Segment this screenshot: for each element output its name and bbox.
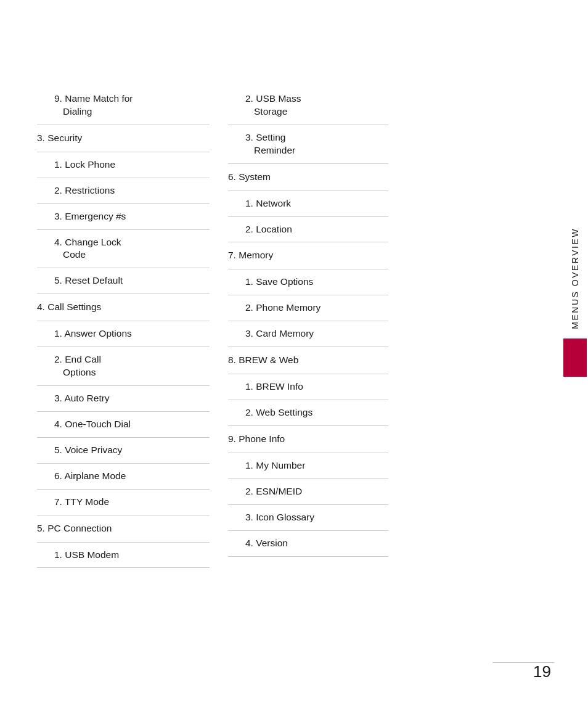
item-4-7-tty: 7. TTY Mode [37, 490, 210, 515]
item-3-1-lock-phone: 1. Lock Phone [37, 152, 210, 178]
item-4-call-settings: 4. Call Settings [37, 294, 210, 321]
item-5-1-usb-modem: 1. USB Modem [37, 543, 210, 568]
content-area: 9. Name Match forDialing3. Security1. Lo… [0, 86, 588, 568]
item-r-8-2-web-settings: 2. Web Settings [228, 400, 388, 426]
item-4-4-one-touch: 4. One-Touch Dial [37, 412, 210, 438]
item-4-2-end-call: 2. End CallOptions [37, 347, 210, 386]
item-4-3-auto-retry: 3. Auto Retry [37, 386, 210, 412]
item-3-2-restrictions: 2. Restrictions [37, 178, 210, 204]
item-r-7-1-save: 1. Save Options [228, 269, 388, 295]
page-number: 19 [533, 662, 551, 681]
item-3-security: 3. Security [37, 125, 210, 152]
item-3-5-reset: 5. Reset Default [37, 268, 210, 294]
item-4-5-voice-privacy: 5. Voice Privacy [37, 438, 210, 464]
item-3-4-change-lock: 4. Change LockCode [37, 230, 210, 269]
item-r-9-phone-info: 9. Phone Info [228, 426, 388, 453]
item-r-7-3-card-memory: 3. Card Memory [228, 321, 388, 347]
item-5-pc-connection: 5. PC Connection [37, 515, 210, 543]
item-r-7-memory: 7. Memory [228, 242, 388, 269]
item-r-8-brew: 8. BREW & Web [228, 347, 388, 374]
item-r-9-1-my-number: 1. My Number [228, 453, 388, 479]
item-r-6-system: 6. System [228, 164, 388, 191]
item-r-2-usb-mass: 2. USB MassStorage [228, 86, 388, 125]
side-tab: Menus Overview [562, 216, 588, 388]
page-container: 9. Name Match forDialing3. Security1. Lo… [0, 0, 588, 706]
side-tab-bar [563, 339, 587, 377]
side-tab-label: Menus Overview [570, 228, 580, 329]
item-r-8-1-brew-info: 1. BREW Info [228, 374, 388, 400]
item-4-6-airplane: 6. Airplane Mode [37, 464, 210, 490]
right-column: 2. USB MassStorage3. SettingReminder6. S… [228, 86, 388, 568]
item-9-name-match: 9. Name Match forDialing [37, 86, 210, 125]
item-r-9-4-version: 4. Version [228, 531, 388, 557]
item-r-7-2-phone-memory: 2. Phone Memory [228, 295, 388, 321]
item-3-3-emergency: 3. Emergency #s [37, 204, 210, 230]
left-column: 9. Name Match forDialing3. Security1. Lo… [37, 86, 210, 568]
item-r-3-setting-reminder: 3. SettingReminder [228, 125, 388, 164]
item-r-6-2-location: 2. Location [228, 217, 388, 243]
item-r-9-3-icon-glossary: 3. Icon Glossary [228, 505, 388, 531]
item-r-6-1-network: 1. Network [228, 191, 388, 217]
item-r-9-2-esn: 2. ESN/MEID [228, 479, 388, 505]
item-4-1-answer: 1. Answer Options [37, 321, 210, 347]
